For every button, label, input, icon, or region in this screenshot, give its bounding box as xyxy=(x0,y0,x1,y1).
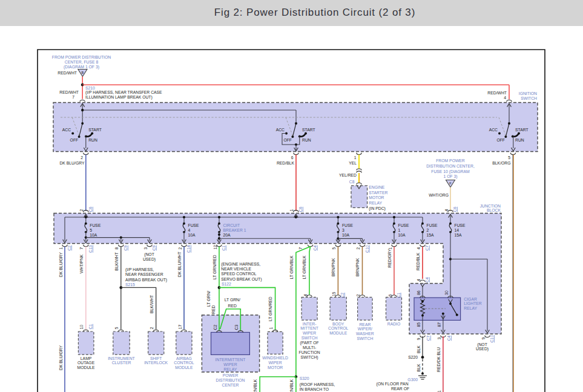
svg-text:WASHER: WASHER xyxy=(356,332,374,336)
svg-text:MODULE: MODULE xyxy=(329,331,347,335)
svg-text:15: 15 xyxy=(332,292,336,296)
svg-text:S210: S210 xyxy=(85,86,95,90)
svg-text:BRN/PNK: BRN/PNK xyxy=(331,258,335,276)
svg-text:3: 3 xyxy=(437,337,441,339)
svg-text:FUNCTION: FUNCTION xyxy=(299,350,320,354)
svg-text:MULTI-: MULTI- xyxy=(303,345,316,350)
svg-text:C9: C9 xyxy=(152,245,156,250)
svg-text:FUSE: FUSE xyxy=(342,223,354,227)
svg-text:S320: S320 xyxy=(300,376,309,381)
svg-text:BLK/ORG: BLK/ORG xyxy=(492,161,510,165)
svg-text:1: 1 xyxy=(269,327,273,330)
svg-text:MOTOR: MOTOR xyxy=(268,365,283,370)
svg-text:C4: C4 xyxy=(313,245,317,250)
svg-text:C14: C14 xyxy=(186,245,191,253)
svg-text:(DIAGRAM 1 OF 3): (DIAGRAM 1 OF 3) xyxy=(64,65,99,70)
svg-text:WIPER: WIPER xyxy=(223,362,237,367)
svg-text:RED: RED xyxy=(211,305,216,314)
svg-text:1: 1 xyxy=(398,228,401,232)
svg-text:BREAKER 1: BREAKER 1 xyxy=(223,228,246,232)
svg-text:6: 6 xyxy=(291,155,294,160)
svg-text:DK BLU/GRY: DK BLU/GRY xyxy=(59,252,63,277)
svg-text:15A: 15A xyxy=(455,233,463,237)
svg-text:10A: 10A xyxy=(90,233,97,237)
svg-text:4: 4 xyxy=(417,247,421,250)
svg-text:DK BLU/GRY: DK BLU/GRY xyxy=(59,345,63,370)
svg-text:F: F xyxy=(449,181,452,185)
svg-text:OUTAGE: OUTAGE xyxy=(77,361,95,365)
svg-text:S220: S220 xyxy=(408,355,418,359)
svg-text:IGNITION: IGNITION xyxy=(519,91,537,96)
svg-text:ACC: ACC xyxy=(276,128,285,132)
svg-text:2: 2 xyxy=(427,228,429,232)
svg-text:REAR OF: REAR OF xyxy=(391,387,409,391)
svg-text:MITTENT: MITTENT xyxy=(300,326,318,330)
svg-text:BRN/PNK: BRN/PNK xyxy=(355,258,360,276)
svg-text:FUSE: FUSE xyxy=(90,223,101,227)
svg-text:C6: C6 xyxy=(298,207,303,212)
svg-text:AIRBAG: AIRBAG xyxy=(176,356,192,361)
svg-text:14: 14 xyxy=(455,228,459,232)
svg-text:8: 8 xyxy=(114,247,119,250)
svg-text:RELAY: RELAY xyxy=(369,201,382,205)
svg-text:(IN PDC): (IN PDC) xyxy=(369,206,386,211)
svg-text:USED): USED) xyxy=(143,257,156,262)
svg-text:RELAY: RELAY xyxy=(464,306,477,310)
svg-text:(ON FLOOR PAN: (ON FLOOR PAN xyxy=(376,382,408,387)
svg-text:WIPER: WIPER xyxy=(268,361,282,365)
svg-text:NEAR VEHICLE: NEAR VEHICLE xyxy=(221,267,251,271)
svg-text:(NOT: (NOT xyxy=(477,342,487,347)
svg-text:RED/GRY: RED/GRY xyxy=(387,249,392,267)
svg-text:BLK: BLK xyxy=(417,364,421,371)
svg-text:BLK/WHT: BLK/WHT xyxy=(150,295,154,313)
svg-text:6: 6 xyxy=(388,294,392,296)
svg-text:FUSE: FUSE xyxy=(455,223,466,227)
svg-text:RED/WHT: RED/WHT xyxy=(487,91,507,95)
svg-text:OFF: OFF xyxy=(70,138,79,142)
svg-text:LT GRN/BLK: LT GRN/BLK xyxy=(289,255,294,279)
svg-text:C7: C7 xyxy=(425,245,429,250)
svg-text:2: 2 xyxy=(178,247,182,250)
svg-text:ACC: ACC xyxy=(62,128,71,132)
svg-text:12: 12 xyxy=(213,245,217,250)
svg-text:RED/WHT: RED/WHT xyxy=(59,90,79,94)
svg-text:4: 4 xyxy=(504,96,506,100)
svg-text:17: 17 xyxy=(178,325,182,330)
svg-text:CIRCUIT: CIRCUIT xyxy=(223,223,240,227)
svg-text:C1: C1 xyxy=(88,324,93,329)
svg-text:5: 5 xyxy=(332,247,336,250)
svg-text:Fig 2: Power Distribution Circ: Fig 2: Power Distribution Circuit (2 of … xyxy=(214,7,415,18)
svg-text:LT GRN/: LT GRN/ xyxy=(225,298,240,302)
svg-text:POWER: POWER xyxy=(223,373,239,377)
svg-text:START: START xyxy=(302,128,315,132)
svg-text:2: 2 xyxy=(356,294,360,296)
svg-text:4: 4 xyxy=(417,279,421,281)
svg-text:BLK: BLK xyxy=(417,345,421,353)
svg-text:CENTER, FUSE 8: CENTER, FUSE 8 xyxy=(65,60,99,64)
svg-text:LAMP: LAMP xyxy=(81,356,92,361)
svg-text:(ROOF HARNESS,: (ROOF HARNESS, xyxy=(300,382,335,387)
svg-text:(I/P HARNESS,: (I/P HARNESS, xyxy=(125,267,154,272)
svg-text:1: 1 xyxy=(289,209,294,212)
svg-text:ILLUMINATION LAMP BREAK OUT): ILLUMINATION LAMP BREAK OUT) xyxy=(85,95,153,100)
svg-text:FROM POWER: FROM POWER xyxy=(436,158,465,163)
svg-text:5: 5 xyxy=(508,155,510,160)
svg-text:BODY: BODY xyxy=(332,322,344,326)
svg-text:10A: 10A xyxy=(342,233,350,237)
svg-text:LT GRN/BLK: LT GRN/BLK xyxy=(253,379,257,392)
svg-text:RED/WHT: RED/WHT xyxy=(58,71,77,75)
svg-text:INTERMITTENT: INTERMITTENT xyxy=(216,358,246,362)
svg-text:RED/BLK: RED/BLK xyxy=(416,252,420,270)
svg-text:RUN: RUN xyxy=(88,138,97,142)
svg-text:S215: S215 xyxy=(125,283,135,287)
svg-text:20A: 20A xyxy=(223,233,231,237)
svg-text:(I/P HARNESS, NEAR TRANSFER CA: (I/P HARNESS, NEAR TRANSFER CASE xyxy=(85,90,162,95)
svg-text:C2: C2 xyxy=(67,245,71,250)
svg-text:REAR: REAR xyxy=(359,322,371,327)
svg-text:4: 4 xyxy=(188,228,191,232)
svg-text:3: 3 xyxy=(342,228,344,232)
svg-text:FUSE: FUSE xyxy=(398,223,410,227)
svg-text:C2: C2 xyxy=(340,293,344,298)
svg-text:DK BLU/WHT: DK BLU/WHT xyxy=(177,252,182,277)
svg-text:C1: C1 xyxy=(222,245,226,250)
